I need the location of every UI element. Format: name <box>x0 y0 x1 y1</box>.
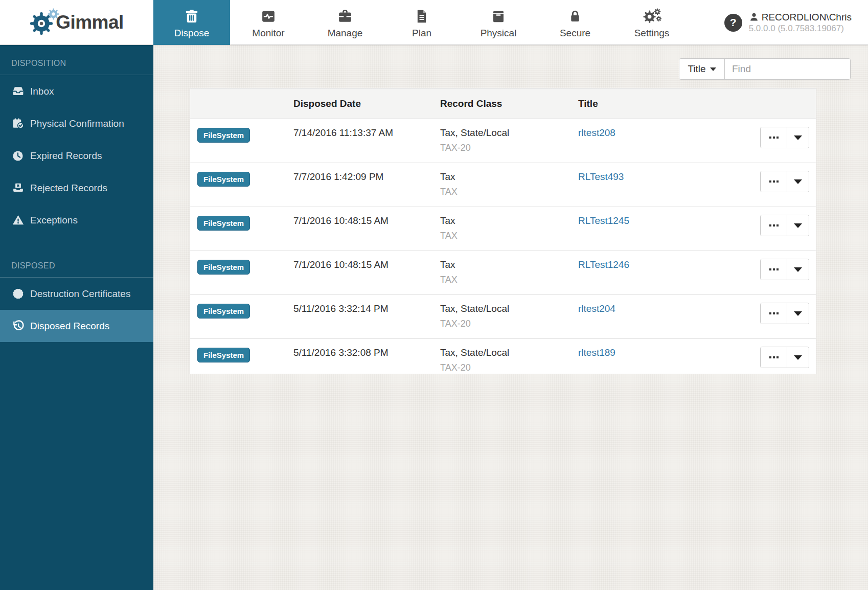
user-icon <box>749 12 759 22</box>
record-class-code: TAX <box>440 187 458 197</box>
column-header-title: Title <box>578 88 598 119</box>
sidebar-item-label: Exceptions <box>30 215 78 226</box>
find-input[interactable] <box>725 59 850 79</box>
document-icon <box>415 7 429 24</box>
source-badge: FileSystem <box>197 260 250 275</box>
sidebar-item-label: Disposed Records <box>30 321 109 332</box>
tab-label: Secure <box>560 28 590 39</box>
record-title-link[interactable]: rltest189 <box>578 347 615 358</box>
tab-dispose[interactable]: Dispose <box>153 0 230 45</box>
top-nav: Gimmal Dispose Monitor <box>0 0 868 45</box>
table-header: Disposed Date Record Class Title <box>190 88 816 119</box>
sidebar-item-exceptions[interactable]: Exceptions <box>0 204 153 236</box>
ellipsis-icon <box>769 312 771 314</box>
table-row: FileSystem 5/11/2016 3:32:14 PM Tax, Sta… <box>190 295 816 339</box>
sidebar-section-disposition: DISPOSITION <box>0 45 153 75</box>
row-dropdown-button[interactable] <box>787 259 809 280</box>
certificate-seal-icon <box>11 287 25 301</box>
gimmal-gears-icon <box>30 8 59 37</box>
sidebar-item-label: Rejected Records <box>30 183 107 194</box>
sidebar-item-physical-confirmation[interactable]: Physical Confirmation <box>0 107 153 140</box>
record-class: Tax <box>440 171 455 183</box>
caret-down-icon <box>794 311 802 316</box>
ellipsis-button[interactable] <box>761 347 787 368</box>
help-icon[interactable]: ? <box>724 14 742 32</box>
sidebar-item-label: Inbox <box>30 86 54 97</box>
ellipsis-button[interactable] <box>761 171 787 192</box>
record-title-link[interactable]: rltest208 <box>578 127 615 139</box>
source-badge: FileSystem <box>197 216 250 231</box>
ellipsis-button[interactable] <box>761 215 787 236</box>
disposed-date: 7/1/2016 10:48:15 AM <box>293 259 389 270</box>
archive-box-icon <box>491 7 506 24</box>
row-actions <box>760 259 809 280</box>
record-title-link[interactable]: RLTest493 <box>578 171 624 183</box>
tab-secure[interactable]: Secure <box>537 0 613 45</box>
sidebar-section-disposed: DISPOSED <box>0 247 153 277</box>
filter-field-dropdown[interactable]: Title <box>679 59 725 79</box>
row-dropdown-button[interactable] <box>787 171 809 192</box>
table-row: FileSystem 7/1/2016 10:48:15 AM Tax TAX … <box>190 251 816 295</box>
warning-icon <box>11 214 25 227</box>
sidebar-item-label: Destruction Certificates <box>30 288 130 300</box>
ellipsis-button[interactable] <box>761 303 787 324</box>
disposed-date: 7/1/2016 10:48:15 AM <box>293 215 389 226</box>
caret-down-icon <box>794 355 802 360</box>
brand-name: Gimmal <box>56 12 124 33</box>
disposed-date: 7/7/2016 1:42:09 PM <box>293 171 383 183</box>
record-class-code: TAX-20 <box>440 319 471 329</box>
record-title-link[interactable]: RLTest1245 <box>578 215 629 226</box>
record-class: Tax, State/Local <box>440 347 509 358</box>
record-class: Tax <box>440 215 455 226</box>
tab-plan[interactable]: Plan <box>383 0 460 45</box>
username: RECORDLION\Chris <box>762 11 852 24</box>
filter-field-label: Title <box>688 63 705 75</box>
column-header-disposed-date: Disposed Date <box>293 88 361 119</box>
source-badge: FileSystem <box>197 128 250 143</box>
sidebar-item-label: Physical Confirmation <box>30 118 124 129</box>
disposed-date: 5/11/2016 3:32:14 PM <box>293 303 389 314</box>
ellipsis-icon <box>769 137 771 139</box>
trash-icon <box>184 7 199 24</box>
tab-label: Plan <box>412 28 431 39</box>
ellipsis-button[interactable] <box>761 259 787 280</box>
main-content: Title Disposed Date Record Class Title F… <box>153 45 868 590</box>
sidebar-item-destruction-certificates[interactable]: Destruction Certificates <box>0 278 153 310</box>
sidebar-item-label: Expired Records <box>30 150 102 162</box>
record-class-code: TAX <box>440 275 458 285</box>
sidebar-item-disposed-records[interactable]: Disposed Records <box>0 310 153 342</box>
record-class-code: TAX-20 <box>440 362 471 373</box>
row-dropdown-button[interactable] <box>787 215 809 236</box>
row-dropdown-button[interactable] <box>787 303 809 324</box>
row-actions <box>760 171 809 192</box>
caret-down-icon <box>794 135 802 140</box>
tab-monitor[interactable]: Monitor <box>230 0 307 45</box>
brand-logo: Gimmal <box>0 0 153 45</box>
column-header-record-class: Record Class <box>440 88 502 119</box>
table-row: FileSystem 7/7/2016 1:42:09 PM Tax TAX R… <box>190 163 816 207</box>
row-dropdown-button[interactable] <box>787 347 809 368</box>
record-class-code: TAX <box>440 231 458 241</box>
tab-label: Manage <box>328 28 363 39</box>
sidebar-item-inbox[interactable]: Inbox <box>0 75 153 107</box>
tab-settings[interactable]: Settings <box>613 0 690 45</box>
sidebar-item-rejected-records[interactable]: Rejected Records <box>0 172 153 204</box>
row-actions <box>760 215 809 236</box>
filter-bar: Title <box>679 58 851 80</box>
source-badge: FileSystem <box>197 304 250 319</box>
user-block[interactable]: RECORDLION\Chris 5.0.0.0 (5.0.7583.19067… <box>749 11 852 34</box>
tab-manage[interactable]: Manage <box>307 0 383 45</box>
record-title-link[interactable]: RLTest1246 <box>578 259 629 270</box>
row-dropdown-button[interactable] <box>787 127 809 148</box>
table-row: FileSystem 7/1/2016 10:48:15 AM Tax TAX … <box>190 207 816 251</box>
app-version: 5.0.0.0 (5.0.7583.19067) <box>749 23 852 34</box>
disposed-date: 5/11/2016 3:32:08 PM <box>293 347 389 358</box>
ellipsis-icon <box>769 224 771 226</box>
sidebar-item-expired-records[interactable]: Expired Records <box>0 140 153 172</box>
user-area: ? RECORDLION\Chris 5.0.0.0 (5.0.7583.190… <box>724 0 852 45</box>
tab-physical[interactable]: Physical <box>460 0 537 45</box>
calendar-check-icon <box>11 117 25 130</box>
ellipsis-button[interactable] <box>761 127 787 148</box>
record-title-link[interactable]: rltest204 <box>578 303 615 314</box>
source-badge: FileSystem <box>197 348 250 362</box>
